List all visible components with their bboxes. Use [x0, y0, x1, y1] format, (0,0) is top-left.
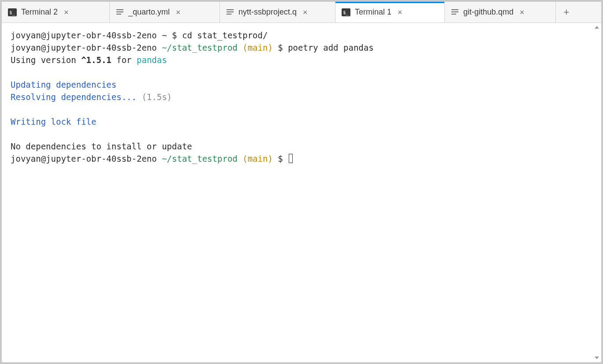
- output-package: pandas: [137, 55, 167, 65]
- command-text: cd stat_testprod/: [182, 30, 268, 40]
- new-tab-button[interactable]: +: [556, 2, 577, 22]
- tab-terminal-1[interactable]: $_ Terminal 1 ×: [335, 2, 445, 22]
- cursor: [289, 154, 293, 163]
- prompt-user-host: jovyan@jupyter-obr-40ssb-2eno: [11, 30, 157, 40]
- app-window: $_ Terminal 2 × _quarto.yml × nytt-ssbpr…: [0, 0, 603, 364]
- close-icon[interactable]: ×: [62, 7, 71, 18]
- output-text: Using version: [11, 55, 81, 65]
- tab-terminal-2[interactable]: $_ Terminal 2 ×: [2, 2, 110, 22]
- close-icon[interactable]: ×: [518, 7, 526, 18]
- output-version: ^1.5.1: [81, 55, 112, 65]
- prompt-tilde: ~: [157, 30, 172, 40]
- file-lines-icon: [116, 8, 124, 16]
- output-text: for: [112, 55, 137, 65]
- tab-label: Terminal 2: [21, 7, 58, 17]
- prompt-user-host: jovyan@jupyter-obr-40ssb-2eno: [11, 43, 162, 52]
- tab-nytt-ssbproject[interactable]: nytt-ssbproject.q ×: [220, 2, 335, 22]
- file-lines-icon: [226, 8, 234, 16]
- terminal-icon: $_: [342, 8, 350, 16]
- prompt-path: ~/stat_testprod: [162, 154, 242, 163]
- close-icon[interactable]: ×: [174, 7, 182, 18]
- close-icon[interactable]: ×: [396, 7, 404, 18]
- prompt-symbol: $: [273, 43, 288, 52]
- terminal-output: jovyan@jupyter-obr-40ssb-2eno ~ $ cd sta…: [2, 23, 601, 171]
- tab-label: git-github.qmd: [463, 7, 514, 17]
- tab-label: nytt-ssbproject.q: [238, 7, 297, 17]
- prompt-symbol: $: [172, 30, 182, 40]
- scroll-up-icon[interactable]: [593, 24, 600, 31]
- prompt-path: ~/stat_testprod: [162, 43, 242, 52]
- prompt-symbol: $: [273, 154, 288, 163]
- output-status: Updating dependencies: [11, 80, 116, 89]
- tab-quarto-yml[interactable]: _quarto.yml ×: [110, 2, 220, 22]
- command-text: poetry add pandas: [288, 43, 373, 52]
- output-status: Writing lock file: [11, 117, 96, 126]
- svg-text:$_: $_: [343, 10, 349, 15]
- output-timing: (1.5s): [137, 92, 172, 102]
- output-text: No dependencies to install or update: [11, 141, 192, 151]
- output-status: Resolving dependencies...: [11, 92, 137, 102]
- terminal-icon: $_: [8, 8, 17, 16]
- tab-label: _quarto.yml: [128, 7, 170, 17]
- svg-text:$_: $_: [9, 10, 15, 15]
- prompt-branch: (main): [242, 43, 273, 52]
- prompt-branch: (main): [242, 154, 273, 163]
- prompt-user-host: jovyan@jupyter-obr-40ssb-2eno: [11, 154, 162, 163]
- file-lines-icon: [451, 8, 459, 16]
- tab-label: Terminal 1: [355, 7, 391, 17]
- scroll-down-icon[interactable]: [593, 354, 600, 361]
- close-icon[interactable]: ×: [301, 7, 309, 18]
- terminal-pane[interactable]: jovyan@jupyter-obr-40ssb-2eno ~ $ cd sta…: [2, 23, 601, 362]
- tab-git-github-qmd[interactable]: git-github.qmd ×: [445, 2, 556, 22]
- tab-bar: $_ Terminal 2 × _quarto.yml × nytt-ssbpr…: [2, 2, 601, 23]
- scrollbar[interactable]: [593, 24, 600, 361]
